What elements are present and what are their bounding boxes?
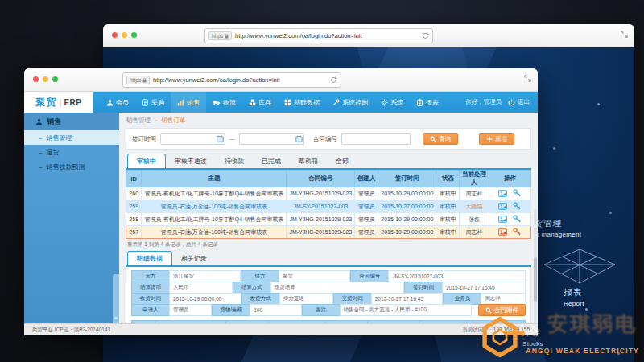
detail-field-value: 2015-10-27 17:16:45: [442, 282, 526, 294]
status-tab-4[interactable]: 草稿箱: [290, 154, 327, 168]
nav-item-label: 系统: [390, 98, 403, 107]
reload-icon[interactable]: [422, 32, 429, 39]
back-url-text: http://www.yunwei2.com/oa/login.do?actio…: [235, 32, 419, 39]
https-badge: https: [208, 31, 232, 40]
logout-button[interactable]: 退出: [508, 98, 530, 106]
plus-icon: [486, 136, 493, 142]
detail-tab-0[interactable]: 明细数据: [127, 251, 172, 265]
back-url-bar[interactable]: https http://www.yunwei2.com/oa/login.do…: [204, 28, 433, 43]
footer-corner-tab[interactable]: [504, 331, 525, 335]
main-content: 销售管理＞销售订单 签订时间 — 合: [119, 113, 538, 335]
table-row[interactable]: 257管理员-石油/万金油-100吨-销售合同审核表JM-YJHG-201510…: [126, 226, 531, 239]
detail-field-value: 100: [250, 304, 301, 316]
zoom-window-button[interactable]: [52, 76, 58, 82]
fullscreen-icon[interactable]: [524, 75, 531, 82]
back-traffic-lights[interactable]: [112, 32, 137, 38]
nav-item-doc[interactable]: 采购: [135, 92, 171, 113]
calendar-icon[interactable]: [217, 135, 224, 142]
navbar-right: 你好，管理员 退出: [465, 98, 538, 106]
key-icon[interactable]: [513, 202, 521, 210]
operations-cell: [489, 213, 530, 226]
table-row[interactable]: 259管理员-石油/万金油-100吨-销售合同审核表JM-SY-20151027…: [126, 200, 531, 213]
wrench-icon: [332, 99, 340, 106]
back-item-cn: 报表: [564, 287, 584, 298]
date-from-input[interactable]: [160, 133, 225, 145]
table-row[interactable]: 260管理员-有机化工/化工牌号-10异丁醇Q4-销售合同审核表JM-YJHG-…: [126, 187, 531, 200]
key-icon[interactable]: [513, 228, 521, 236]
zoom-window-button[interactable]: [131, 32, 137, 38]
status-tab-5[interactable]: 全部: [327, 154, 357, 168]
sidebar-item-label: 退货: [46, 148, 59, 157]
minimize-window-button[interactable]: [43, 76, 48, 82]
view-image-icon[interactable]: [498, 203, 507, 210]
key-icon[interactable]: [513, 189, 521, 197]
table-cell: 管理员: [355, 213, 378, 226]
add-button[interactable]: 新增: [479, 133, 514, 145]
nav-item-label: 采购: [151, 98, 164, 107]
table-cell: 2015-10-29 00:00:00: [378, 187, 436, 200]
minimize-window-button[interactable]: [122, 32, 127, 38]
nav-item-clipboard[interactable]: 报表: [410, 92, 445, 113]
nav-item-label: 会员: [116, 98, 129, 107]
nav-item-chart[interactable]: 销售: [171, 92, 206, 113]
sidebar-section-sales[interactable]: 销售: [24, 113, 119, 130]
status-tab-0[interactable]: 审核中: [127, 154, 166, 168]
front-url-bar[interactable]: https http://www.yunwei2.com/oa/login.do…: [122, 72, 341, 88]
search-button[interactable]: 查询: [423, 133, 458, 145]
key-icon[interactable]: [513, 215, 521, 223]
close-window-button[interactable]: [112, 32, 118, 38]
nav-item-boxes[interactable]: 库存: [242, 92, 278, 113]
nav-item-grid[interactable]: 基础数据: [278, 92, 326, 113]
orders-col-header: 主题: [142, 171, 287, 187]
table-cell: JM-YJHG-20151029-023: [287, 187, 355, 200]
nav-item-user[interactable]: 会员: [100, 92, 135, 113]
view-image-icon[interactable]: [498, 190, 507, 197]
nav-item-truck[interactable]: 物流: [206, 92, 242, 113]
sidebar-item-2[interactable]: –销售收款预测: [24, 159, 119, 174]
contract-attachment-button[interactable]: 合同附件: [478, 304, 526, 316]
status-tab-1[interactable]: 审核不通过: [166, 154, 216, 168]
vertical-scrollbar[interactable]: [534, 209, 537, 330]
user-greeting[interactable]: 你好，管理员: [465, 98, 502, 106]
nav-item-wrench[interactable]: 系统控制: [326, 92, 374, 113]
calendar-icon[interactable]: [295, 135, 303, 142]
date-to-input[interactable]: [239, 133, 304, 145]
status-tab-3[interactable]: 已完成: [253, 154, 290, 168]
detail-field: 发货方式卖方直送: [242, 293, 333, 305]
detail-field: 合同编号JM-SY-20151027-003: [350, 270, 526, 282]
detail-row: 申请人管理员货物/金额100备注销售合同 - 卖方直送 - 人民币 - #100…: [131, 304, 526, 316]
grid-icon: [284, 99, 291, 106]
front-traffic-lights[interactable]: [33, 76, 58, 82]
view-image-icon[interactable]: [498, 228, 507, 236]
app-logo[interactable]: 聚贸 | ERP: [24, 92, 93, 113]
dash-bullet: –: [39, 149, 42, 156]
back-site-item-report[interactable]: 报表Report: [564, 287, 584, 307]
detail-tab-1[interactable]: 相关记录: [172, 252, 216, 265]
footer-icp: 聚贸平台 ICP证：浙B2-20140143: [32, 327, 110, 334]
nav-item-gear[interactable]: 系统: [374, 92, 410, 113]
breadcrumb-parent[interactable]: 销售管理: [126, 117, 151, 124]
nav-item-label: 库存: [258, 98, 271, 107]
scrollbar-thumb[interactable]: [534, 257, 537, 302]
fullscreen-icon[interactable]: [621, 31, 628, 38]
boxes-icon: [249, 99, 256, 106]
orders-col-header: 创建人: [355, 171, 378, 187]
sidebar: 销售 –销售管理–退货–销售收款预测 «: [24, 113, 119, 335]
view-image-icon[interactable]: [498, 216, 507, 223]
detail-row: 结算货币人民币结算方式现货结算签订时间2015-10-27 17:16:45: [131, 282, 526, 294]
detail-field-value: 2015-10-29 00:00:00: [169, 293, 242, 305]
close-window-button[interactable]: [33, 76, 39, 82]
sidebar-item-0[interactable]: –销售管理: [24, 130, 119, 145]
https-badge: https: [126, 76, 150, 84]
contract-no-label: 合同编号: [313, 135, 337, 143]
chart-icon: [177, 99, 184, 106]
reload-icon[interactable]: [330, 76, 337, 84]
table-cell: 大熊猫: [460, 200, 489, 213]
table-cell: 管理员-石油/万金油-100吨-销售合同审核表: [142, 226, 287, 239]
contract-no-input[interactable]: [341, 133, 411, 145]
search-icon: [485, 307, 492, 314]
sidebar-item-1[interactable]: –退货: [24, 145, 119, 159]
status-tab-2[interactable]: 待收款: [216, 154, 253, 168]
table-row[interactable]: 258管理员-有机化工/化工牌号-10异丁醇Q4-销售合同审核表JM-YJHG-…: [126, 213, 531, 226]
operations-cell: [489, 226, 530, 239]
